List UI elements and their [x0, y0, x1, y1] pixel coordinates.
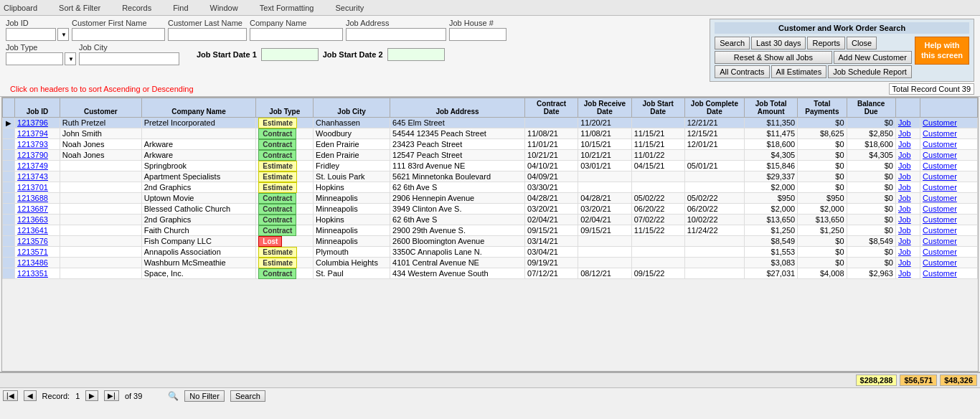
cell-customer-link[interactable]: Customer — [920, 139, 978, 150]
cell-customer-link[interactable]: Customer — [920, 171, 978, 182]
table-row[interactable]: 1213663 2nd Graphics Contract Hopkins 62… — [3, 215, 978, 225]
table-row[interactable]: 1213749 Springbrook Estimate Fridley 111… — [3, 161, 978, 171]
table-row[interactable]: 1213793 Noah Jones Arkware Contract Eden… — [3, 139, 978, 150]
cell-job-id[interactable]: 1213796 — [15, 118, 60, 128]
job-start-date2-input[interactable] — [387, 48, 445, 61]
reports-button[interactable]: Reports — [807, 37, 845, 50]
col-header-payments[interactable]: TotalPayments — [798, 98, 847, 118]
cell-customer-link[interactable]: Customer — [920, 150, 978, 161]
cell-job-link[interactable]: Job — [895, 236, 920, 247]
cell-customer-link[interactable]: Customer — [920, 268, 978, 279]
job-id-dropdown[interactable]: ▼ — [57, 28, 69, 41]
cell-job-link[interactable]: Job — [895, 268, 920, 279]
last30days-button[interactable]: Last 30 days — [751, 37, 806, 50]
cell-job-id[interactable]: 1213687 — [15, 204, 60, 215]
cell-customer-link[interactable]: Customer — [920, 204, 978, 215]
cell-job-id[interactable]: 1213486 — [15, 258, 60, 268]
reset-button[interactable]: Reset & Show all Jobs — [715, 51, 831, 64]
cell-job-link[interactable]: Job — [895, 215, 920, 225]
col-header-company[interactable]: Company Name — [141, 98, 256, 118]
search-button[interactable]: Search — [715, 37, 750, 50]
table-row[interactable]: 1213743 Apartment Specialists Estimate S… — [3, 171, 978, 182]
nav-last-button[interactable]: ▶| — [104, 390, 119, 401]
help-button[interactable]: Help with this screen — [915, 37, 969, 65]
close-button[interactable]: Close — [847, 37, 877, 50]
search-status-button[interactable]: Search — [230, 390, 265, 402]
table-row[interactable]: 1213641 Faith Church Contract Minneapoli… — [3, 225, 978, 236]
nav-prev-button[interactable]: ◀ — [24, 390, 37, 401]
cell-job-id[interactable]: 1213641 — [15, 225, 60, 236]
cell-job-id[interactable]: 1213794 — [15, 128, 60, 139]
table-row[interactable]: 1213688 Uptown Movie Contract Minneapoli… — [3, 193, 978, 204]
all-estimates-button[interactable]: All Estimates — [771, 65, 827, 78]
cell-customer-link[interactable]: Customer — [920, 161, 978, 171]
cell-customer-link[interactable]: Customer — [920, 225, 978, 236]
cell-job-link[interactable]: Job — [895, 247, 920, 258]
cell-job-link[interactable]: Job — [895, 193, 920, 204]
table-row[interactable]: ▶ 1213796 Ruth Pretzel Pretzel Incorpora… — [3, 118, 978, 128]
cell-job-id[interactable]: 1213688 — [15, 193, 60, 204]
col-header-address[interactable]: Job Address — [390, 98, 525, 118]
table-row[interactable]: 1213351 Space, Inc. Contract St. Paul 43… — [3, 268, 978, 279]
nav-next-button[interactable]: ▶ — [85, 390, 98, 401]
cell-job-id[interactable]: 1213663 — [15, 215, 60, 225]
cell-job-link[interactable]: Job — [895, 139, 920, 150]
table-row[interactable]: 1213794 John Smith Contract Woodbury 545… — [3, 128, 978, 139]
job-id-input[interactable] — [6, 28, 56, 41]
cell-customer-link[interactable]: Customer — [920, 182, 978, 193]
table-row[interactable]: 1213687 Blessed Catholic Church Contract… — [3, 204, 978, 215]
col-header-complete-date[interactable]: Job CompleteDate — [684, 98, 744, 118]
col-header-city[interactable]: Job City — [314, 98, 390, 118]
col-header-start-date[interactable]: Job StartDate — [631, 98, 684, 118]
cell-job-id[interactable]: 1213743 — [15, 171, 60, 182]
cell-job-id[interactable]: 1213790 — [15, 150, 60, 161]
customer-first-input[interactable] — [72, 28, 165, 41]
col-header-contract-date[interactable]: ContractDate — [525, 98, 578, 118]
cell-job-id[interactable]: 1213351 — [15, 268, 60, 279]
cell-job-link[interactable]: Job — [895, 204, 920, 215]
job-start-date1-input[interactable] — [261, 48, 319, 61]
cell-customer-link[interactable]: Customer — [920, 258, 978, 268]
cell-customer-link[interactable]: Customer — [920, 215, 978, 225]
job-type-input[interactable] — [6, 52, 63, 65]
cell-customer-link[interactable]: Customer — [920, 193, 978, 204]
cell-job-link[interactable]: Job — [895, 128, 920, 139]
table-row[interactable]: 1213790 Noah Jones Arkware Contract Eden… — [3, 150, 978, 161]
company-name-input[interactable] — [250, 28, 343, 41]
col-header-job-type[interactable]: Job Type — [256, 98, 314, 118]
col-header-receive-date[interactable]: Job ReceiveDate — [578, 98, 632, 118]
cell-customer-link[interactable]: Customer — [920, 236, 978, 247]
nav-first-button[interactable]: |◀ — [3, 390, 18, 401]
cell-job-id[interactable]: 1213576 — [15, 236, 60, 247]
cell-job-id[interactable]: 1213793 — [15, 139, 60, 150]
job-type-dropdown[interactable]: ▼ — [65, 52, 76, 65]
col-header-balance[interactable]: BalanceDue — [847, 98, 895, 118]
table-row[interactable]: 1213701 2nd Graphics Estimate Hopkins 62… — [3, 182, 978, 193]
cell-job-link[interactable]: Job — [895, 118, 920, 128]
col-header-total-amount[interactable]: Job TotalAmount — [745, 98, 798, 118]
job-schedule-button[interactable]: Job Schedule Report — [828, 65, 912, 78]
cell-job-link[interactable]: Job — [895, 150, 920, 161]
cell-customer-link[interactable]: Customer — [920, 128, 978, 139]
cell-job-id[interactable]: 1213701 — [15, 182, 60, 193]
cell-customer-link[interactable]: Customer — [920, 247, 978, 258]
col-header-customer[interactable]: Customer — [60, 98, 141, 118]
cell-job-link[interactable]: Job — [895, 258, 920, 268]
add-new-customer-button[interactable]: Add New Customer — [834, 51, 912, 64]
cell-job-link[interactable]: Job — [895, 171, 920, 182]
table-row[interactable]: 1213576 Fish Company LLC Lost Minneapoli… — [3, 236, 978, 247]
cell-job-id[interactable]: 1213571 — [15, 247, 60, 258]
no-filter-button[interactable]: No Filter — [184, 390, 225, 402]
job-city-input[interactable] — [79, 52, 179, 65]
job-house-input[interactable] — [449, 28, 507, 41]
table-row[interactable]: 1213486 Washburn McSmeathie Estimate Col… — [3, 258, 978, 268]
col-header-job-id[interactable]: Job ID — [15, 98, 60, 118]
cell-job-link[interactable]: Job — [895, 161, 920, 171]
job-address-input[interactable] — [346, 28, 446, 41]
cell-job-id[interactable]: 1213749 — [15, 161, 60, 171]
cell-job-link[interactable]: Job — [895, 182, 920, 193]
table-row[interactable]: 1213571 Annapolis Association Estimate P… — [3, 247, 978, 258]
customer-last-input[interactable] — [168, 28, 247, 41]
all-contracts-button[interactable]: All Contracts — [715, 65, 769, 78]
cell-customer-link[interactable]: Customer — [920, 118, 978, 128]
